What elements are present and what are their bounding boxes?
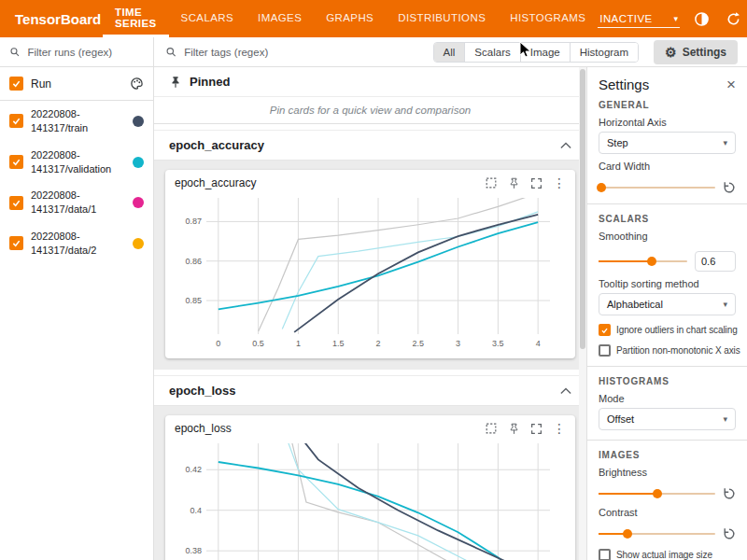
chevron-down-icon: ▾ — [673, 14, 678, 23]
slider-thumb[interactable] — [597, 183, 606, 192]
more-options-icon[interactable]: ⋮ — [553, 421, 566, 436]
tab-images[interactable]: IMAGES — [246, 0, 314, 37]
fullscreen-icon[interactable] — [530, 177, 543, 189]
chevron-down-icon: ▾ — [723, 414, 727, 424]
reset-icon[interactable] — [723, 181, 736, 194]
run-checkbox[interactable] — [9, 155, 23, 169]
scrollbar-thumb[interactable] — [580, 69, 585, 349]
epoch-accuracy-chart[interactable]: 00.511.522.533.540.850.860.87 — [175, 192, 559, 351]
smoothing-slider[interactable] — [599, 260, 687, 262]
tab-histograms[interactable]: HISTOGRAMS — [498, 0, 598, 37]
slider-fill — [599, 493, 657, 495]
run-row-data-1[interactable]: 20220808-141317/data/1 — [0, 182, 153, 223]
epoch-loss-chart[interactable]: 00.511.522.533.540.360.380.40.42 — [175, 438, 559, 560]
svg-text:0.42: 0.42 — [185, 465, 202, 474]
brightness-slider[interactable] — [599, 493, 715, 495]
slider-thumb[interactable] — [653, 489, 662, 498]
pin-card-icon[interactable] — [508, 177, 520, 189]
scalars-section-label: SCALARS — [599, 214, 736, 224]
close-icon[interactable]: × — [726, 77, 736, 92]
app-logo: TensorBoard — [0, 0, 103, 37]
tensorboard-app: TensorBoard TIME SERIES SCALARS IMAGES G… — [0, 0, 747, 560]
tag-filter-scalars[interactable]: Scalars — [465, 43, 520, 62]
smoothing-label: Smoothing — [599, 231, 736, 242]
svg-text:1.5: 1.5 — [332, 339, 345, 348]
pin-card-icon[interactable] — [508, 423, 520, 435]
filter-toolbar: All Scalars Image Histogram ⚙ Settings — [0, 37, 747, 67]
main-panel: Pinned Pin cards for a quick view and co… — [154, 67, 586, 560]
svg-text:0.4: 0.4 — [190, 506, 202, 515]
filter-tags-box — [154, 46, 433, 59]
run-color-dot — [133, 116, 144, 127]
contrast-slider[interactable] — [599, 533, 715, 535]
card-actions: ⋮ — [485, 175, 566, 190]
settings-button[interactable]: ⚙ Settings — [654, 40, 738, 64]
section-title: epoch_accuracy — [169, 138, 264, 152]
main-scrollbar[interactable] — [579, 67, 586, 560]
tag-filter-image[interactable]: Image — [521, 43, 571, 62]
card-title: epoch_loss — [175, 422, 232, 435]
slider-thumb[interactable] — [623, 529, 632, 539]
tab-distributions[interactable]: DISTRIBUTIONS — [386, 0, 498, 37]
svg-text:4: 4 — [536, 339, 541, 348]
show-actual-size-row[interactable]: Show actual image size — [599, 549, 736, 560]
settings-button-label: Settings — [683, 46, 726, 59]
card-area: epoch_loss ⋮ 00.511.522.533.540.360.380.… — [154, 406, 586, 560]
ignore-outliers-row[interactable]: Ignore outliers in chart scaling — [599, 324, 736, 336]
fullscreen-icon[interactable] — [530, 423, 543, 435]
svg-text:2: 2 — [375, 339, 380, 348]
chevron-up-icon — [560, 387, 571, 395]
partition-x-axis-label: Partition non-monotonic X axis — [616, 345, 740, 356]
partition-x-axis-checkbox[interactable] — [599, 344, 611, 357]
palette-icon[interactable] — [130, 77, 144, 91]
svg-text:2.5: 2.5 — [413, 339, 425, 348]
more-options-icon[interactable]: ⋮ — [553, 175, 566, 190]
show-actual-size-checkbox[interactable] — [599, 549, 611, 560]
filter-tags-input[interactable] — [182, 46, 421, 59]
partition-x-axis-row[interactable]: Partition non-monotonic X axis — [599, 344, 736, 357]
svg-text:3.5: 3.5 — [492, 339, 504, 348]
svg-text:0: 0 — [216, 339, 220, 348]
tag-filter-all[interactable]: All — [434, 43, 466, 62]
reset-icon[interactable] — [723, 527, 736, 540]
run-row-train[interactable]: 20220808-141317/train — [0, 101, 153, 142]
histogram-mode-select[interactable]: Offset ▾ — [599, 408, 736, 430]
chart-card-epoch-accuracy: epoch_accuracy ⋮ 00.511.522.533.540.850.… — [165, 170, 575, 358]
run-row-data-2[interactable]: 20220808-141317/data/2 — [0, 223, 153, 264]
svg-text:0.5: 0.5 — [252, 339, 264, 348]
contrast-row — [599, 527, 736, 540]
fit-domain-icon[interactable] — [485, 422, 498, 435]
run-checkbox[interactable] — [9, 114, 23, 128]
smoothing-row — [599, 251, 736, 272]
svg-text:3: 3 — [456, 339, 460, 348]
refresh-icon[interactable] — [723, 8, 743, 29]
tab-time-series[interactable]: TIME SERIES — [103, 0, 169, 37]
run-checkbox[interactable] — [9, 236, 23, 250]
smoothing-value-input[interactable] — [695, 251, 736, 272]
filter-runs-input[interactable] — [25, 46, 144, 59]
tab-scalars[interactable]: SCALARS — [169, 0, 247, 37]
fit-domain-icon[interactable] — [485, 176, 498, 189]
reload-status-dropdown[interactable]: INACTIVE ▾ — [598, 10, 680, 28]
section-header-epoch-accuracy[interactable]: epoch_accuracy — [154, 130, 586, 161]
tooltip-sorting-select[interactable]: Alphabetical ▾ — [599, 293, 736, 315]
run-checkbox[interactable] — [9, 196, 23, 210]
chart-card-epoch-loss: epoch_loss ⋮ 00.511.522.533.540.360.380.… — [165, 415, 575, 560]
brightness-row — [599, 487, 736, 500]
ignore-outliers-checkbox[interactable] — [599, 324, 611, 336]
run-row-validation[interactable]: 20220808-141317/validation — [0, 142, 153, 183]
tag-filter-histogram[interactable]: Histogram — [571, 43, 638, 62]
general-section-label: GENERAL — [599, 100, 736, 110]
contrast-theme-icon[interactable] — [691, 8, 712, 29]
slider-thumb[interactable] — [647, 257, 656, 266]
horizontal-axis-select[interactable]: Step ▾ — [599, 132, 736, 154]
tab-graphs[interactable]: GRAPHS — [314, 0, 386, 37]
select-all-runs-checkbox[interactable] — [9, 77, 23, 91]
card-width-slider[interactable] — [599, 187, 715, 189]
section-header-epoch-loss[interactable]: epoch_loss — [154, 375, 586, 406]
card-title: epoch_accuracy — [175, 176, 256, 189]
section-epoch-loss: epoch_loss epoch_loss ⋮ — [154, 375, 586, 560]
chevron-up-icon — [560, 142, 571, 149]
horizontal-axis-value: Step — [607, 137, 628, 148]
reset-icon[interactable] — [723, 487, 736, 500]
